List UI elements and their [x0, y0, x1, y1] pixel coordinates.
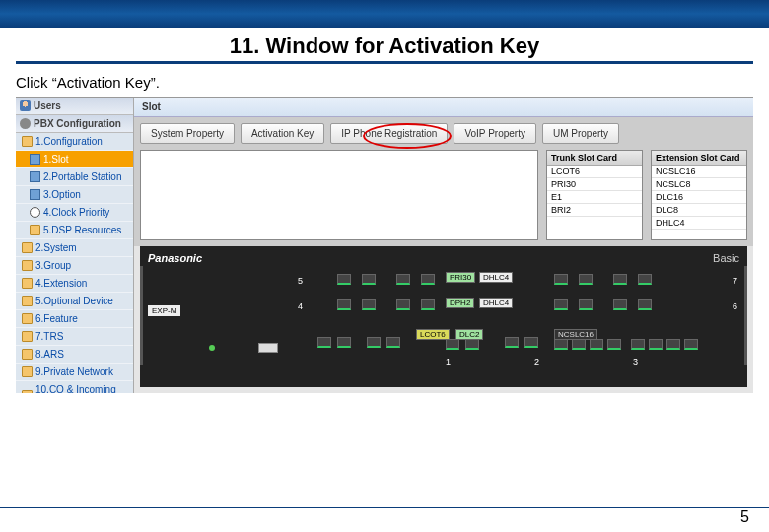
folder-icon — [30, 225, 40, 235]
slot-num: 2 — [534, 357, 539, 366]
trunk-row[interactable]: E1 — [547, 191, 642, 204]
chip-lcot6[interactable]: LCOT6 — [416, 329, 450, 340]
ext-row[interactable]: DHLC4 — [652, 217, 746, 230]
port-icon — [446, 339, 459, 350]
row-label: 4 — [298, 301, 303, 311]
port-icon — [613, 274, 627, 285]
sidebar-item-label: 5.DSP Resources — [43, 225, 121, 235]
tab-system-property[interactable]: System Property — [140, 123, 235, 144]
port-icon — [607, 339, 621, 350]
sidebar-item-clock-priority[interactable]: 4.Clock Priority — [16, 204, 133, 222]
rack-mode: Basic — [713, 252, 739, 264]
folder-icon — [22, 260, 33, 271]
sidebar-item-system[interactable]: 2.System — [16, 239, 133, 257]
sidebar-item-label: 9.Private Network — [35, 366, 113, 377]
port-icon — [367, 337, 381, 348]
trunk-row[interactable]: LCOT6 — [547, 166, 642, 178]
sidebar-item-extension[interactable]: 4.Extension — [16, 275, 133, 293]
expm-label: EXP-M — [148, 305, 180, 316]
port-icon — [666, 339, 680, 350]
sidebar-item-feature[interactable]: 6.Feature — [16, 310, 133, 328]
tab-activation-key[interactable]: Activation Key — [241, 123, 324, 144]
ext-row[interactable]: DLC16 — [652, 191, 746, 204]
gear-icon — [20, 118, 31, 129]
chip-dhlc4[interactable]: DHLC4 — [479, 298, 513, 308]
sidebar-item-label: 1.Slot — [43, 154, 69, 165]
port-icon — [590, 339, 603, 350]
rack-visualization[interactable]: Panasonic Basic EXP-M 5 PRI30 DHLC4 7 4 — [140, 246, 747, 387]
sidebar-item-ars[interactable]: 8.ARS — [16, 346, 133, 364]
footer-divider — [0, 507, 769, 508]
port-icon — [638, 299, 652, 310]
sidebar-section-pbx[interactable]: PBX Configuration — [16, 115, 133, 133]
sidebar-item-private-network[interactable]: 9.Private Network — [16, 364, 133, 381]
tab-um-property[interactable]: UM Property — [542, 123, 619, 144]
sidebar-section-users[interactable]: Users — [16, 98, 133, 115]
sidebar-item-portable-station[interactable]: 2.Portable Station — [16, 168, 133, 186]
page-number: 5 — [740, 508, 749, 526]
sidebar: Users PBX Configuration 1.Configuration … — [16, 98, 134, 393]
folder-icon — [22, 349, 33, 360]
sidebar-item-label: 4.Extension — [35, 278, 87, 289]
port-icon — [649, 339, 663, 350]
port-icon — [465, 339, 479, 350]
port-icon — [396, 299, 410, 310]
row-label: 5 — [298, 276, 303, 286]
tab-ip-phone-registration[interactable]: IP Phone Registration — [330, 123, 448, 144]
folder-icon — [22, 313, 33, 324]
folder-icon — [22, 331, 33, 342]
panel-header-trunk: Trunk Slot Card — [547, 151, 642, 166]
sidebar-item-option[interactable]: 3.Option — [16, 186, 133, 204]
card-icon — [30, 154, 40, 165]
app-screenshot: Users PBX Configuration 1.Configuration … — [16, 97, 753, 393]
row-label: 7 — [733, 276, 737, 286]
ext-row[interactable]: DLC8 — [652, 204, 746, 217]
sidebar-item-label: 3.Option — [43, 189, 81, 200]
row-label: 6 — [733, 301, 737, 311]
sidebar-item-slot[interactable]: 1.Slot — [16, 151, 133, 168]
port-icon — [572, 339, 586, 350]
instruction-text: Click “Activation Key”. — [0, 64, 769, 97]
port-icon — [396, 274, 410, 285]
port-icon — [337, 337, 351, 348]
extension-slot-panel: Extension Slot Card NCSLC16 NCSLC8 DLC16… — [651, 150, 747, 240]
sidebar-item-trs[interactable]: 7.TRS — [16, 328, 133, 346]
sidebar-item-label: 3.Group — [35, 260, 71, 271]
port-icon — [554, 339, 568, 350]
folder-icon — [22, 136, 33, 147]
card-panels: Trunk Slot Card LCOT6 PRI30 E1 BRI2 Exte… — [134, 144, 753, 246]
trunk-row[interactable]: PRI30 — [547, 178, 642, 191]
port-icon — [362, 274, 376, 285]
port-icon — [524, 337, 538, 348]
sidebar-item-label: 2.Portable Station — [43, 171, 122, 182]
decorative-header-band — [0, 0, 769, 28]
trunk-slot-panel: Trunk Slot Card LCOT6 PRI30 E1 BRI2 — [546, 150, 643, 240]
chip-dph2[interactable]: DPH2 — [446, 298, 474, 308]
sidebar-item-optional-device[interactable]: 5.Optional Device — [16, 293, 133, 310]
sidebar-item-dsp-resources[interactable]: 5.DSP Resources — [16, 222, 133, 239]
port-icon — [631, 339, 645, 350]
sidebar-item-co-incoming[interactable]: 10.CO & Incoming Call — [16, 381, 133, 393]
sidebar-item-label: 10.CO & Incoming Call — [35, 384, 127, 393]
port-icon — [505, 337, 519, 348]
sidebar-item-label: 2.System — [35, 242, 77, 253]
tab-voip-property[interactable]: VoIP Property — [454, 123, 536, 144]
sidebar-item-label: 7.TRS — [35, 331, 63, 342]
sidebar-item-configuration[interactable]: 1.Configuration — [16, 133, 133, 151]
chip-pri30[interactable]: PRI30 — [446, 272, 475, 283]
card-icon — [30, 171, 40, 182]
port-icon — [317, 337, 331, 348]
sidebar-section-label: PBX Configuration — [34, 118, 121, 129]
chip-dhlc4[interactable]: DHLC4 — [479, 272, 513, 283]
ext-row[interactable]: NCSLC16 — [652, 166, 746, 178]
ext-row[interactable]: NCSLC8 — [652, 178, 746, 191]
rack-brand: Panasonic — [148, 252, 202, 264]
trunk-row[interactable]: BRI2 — [547, 204, 642, 217]
port-icon — [421, 274, 435, 285]
rack-rail — [744, 266, 747, 365]
panel-header-extension: Extension Slot Card — [652, 151, 746, 166]
port-icon — [386, 337, 400, 348]
status-led-icon — [209, 345, 215, 351]
folder-icon — [22, 242, 33, 253]
sidebar-item-group[interactable]: 3.Group — [16, 257, 133, 275]
